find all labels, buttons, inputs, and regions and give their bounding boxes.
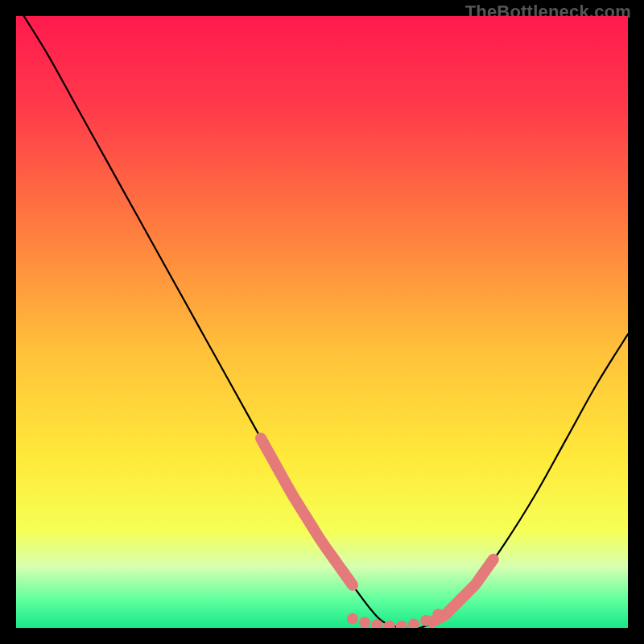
plot-area (16, 16, 628, 628)
floor-dot (420, 615, 431, 626)
floor-dot (432, 609, 444, 620)
chart-stage: TheBottleneck.com (0, 0, 644, 644)
floor-dot (347, 613, 358, 625)
chart-svg (16, 16, 628, 628)
floor-dot (359, 617, 370, 628)
